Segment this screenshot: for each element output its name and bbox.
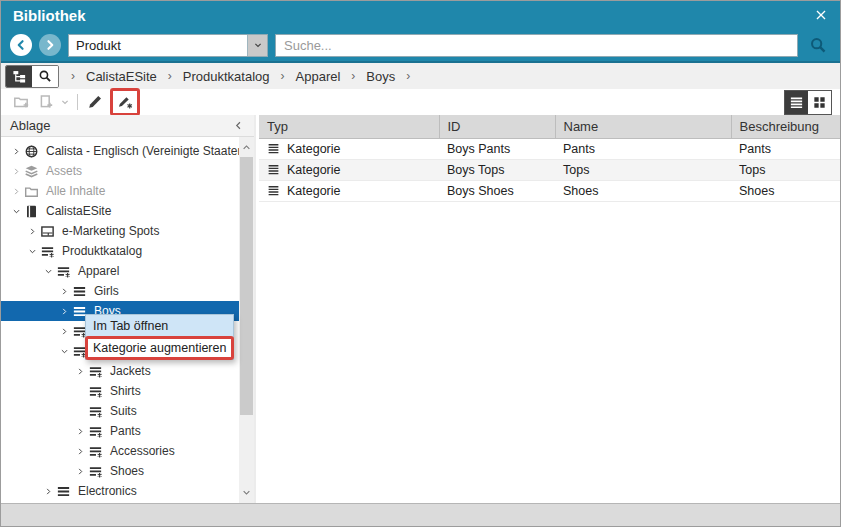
- tree-item-label: Jackets: [110, 364, 151, 378]
- tree-item-e-marketing-spots[interactable]: e-Marketing Spots: [1, 221, 239, 241]
- table-row[interactable]: KategorieBoys ShoesShoesShoes: [259, 180, 840, 201]
- lines-star-icon: [56, 264, 72, 279]
- globe-icon: [24, 144, 40, 159]
- augment-pencil-button[interactable]: [113, 91, 137, 113]
- chevron-right-icon[interactable]: [9, 186, 24, 197]
- search-icon[interactable]: [805, 36, 831, 54]
- search-category-dropdown[interactable]: Produkt: [68, 34, 268, 57]
- book-icon: [24, 204, 40, 219]
- lines-star-icon: [88, 384, 104, 399]
- cell-beschreibung: Tops: [731, 159, 840, 180]
- search-input[interactable]: [275, 34, 798, 57]
- tree-item-assets[interactable]: Assets: [1, 161, 239, 181]
- breadcrumb-separator: ›: [168, 69, 172, 83]
- tree-item-accessories[interactable]: Accessories: [1, 441, 239, 461]
- tree-item-girls[interactable]: Girls: [1, 281, 239, 301]
- table-row[interactable]: KategorieBoys PantsPantsPants: [259, 138, 840, 159]
- tree-item-label: Accessories: [110, 444, 175, 458]
- tree-item-apparel[interactable]: Apparel: [1, 261, 239, 281]
- tree-item-produktkatalog[interactable]: Produktkatalog: [1, 241, 239, 261]
- new-folder-icon: [13, 94, 29, 110]
- column-header[interactable]: Typ: [259, 115, 439, 138]
- tree-item-alle-inhalte[interactable]: Alle Inhalte: [1, 181, 239, 201]
- chevron-right-icon[interactable]: [9, 146, 24, 157]
- chevron-right-icon[interactable]: [73, 466, 88, 477]
- dropdown-chevron-button[interactable]: [57, 91, 72, 113]
- explorer-panel-title: Ablage: [10, 118, 50, 133]
- breadcrumb-item[interactable]: CalistaESite: [86, 69, 157, 84]
- scroll-down-icon[interactable]: [239, 485, 254, 500]
- breadcrumb-bar: ›CalistaESite›Produktkatalog›Apparel›Boy…: [1, 63, 840, 89]
- chevron-right-icon[interactable]: [73, 426, 88, 437]
- scrollbar-thumb[interactable]: [240, 157, 253, 415]
- back-button[interactable]: [10, 34, 32, 56]
- context-menu: Im Tab öffnenKategorie augmentieren: [85, 314, 234, 360]
- cell-beschreibung: Shoes: [731, 180, 840, 201]
- chevron-right-icon[interactable]: [57, 326, 72, 337]
- tree-item-shirts[interactable]: Shirts: [1, 381, 239, 401]
- window-icon: [40, 224, 56, 239]
- tree-item-label: Girls: [94, 284, 119, 298]
- scroll-up-icon[interactable]: [239, 140, 254, 155]
- tree-item-pants[interactable]: Pants: [1, 421, 239, 441]
- breadcrumb-separator: ›: [351, 69, 355, 83]
- breadcrumb-item[interactable]: Apparel: [296, 69, 341, 84]
- tree-item-jackets[interactable]: Jackets: [1, 361, 239, 381]
- column-header[interactable]: Name: [555, 115, 731, 138]
- table-row[interactable]: KategorieBoys TopsTopsTops: [259, 159, 840, 180]
- new-folder-button[interactable]: [9, 91, 33, 113]
- chevron-right-icon[interactable]: [73, 366, 88, 377]
- view-toggle-group: [784, 90, 832, 115]
- tree-item-shoes[interactable]: Shoes: [1, 461, 239, 481]
- tree-item-label: Shoes: [110, 464, 144, 478]
- context-menu-item[interactable]: Im Tab öffnen: [86, 315, 233, 337]
- tree-item-suits[interactable]: Suits: [1, 401, 239, 421]
- chevron-right-icon[interactable]: [57, 286, 72, 297]
- cell-beschreibung: Pants: [731, 138, 840, 159]
- context-menu-item[interactable]: Kategorie augmentieren: [86, 337, 233, 359]
- tree-item-label: Apparel: [78, 264, 119, 278]
- chevron-down-icon[interactable]: [9, 206, 24, 217]
- cell-id: Boys Tops: [439, 159, 555, 180]
- cell-name: Pants: [555, 138, 731, 159]
- tree-item-calista-englisch-vereinigte-staaten[interactable]: Calista - Englisch (Vereinigte Staaten): [1, 141, 239, 161]
- column-header[interactable]: ID: [439, 115, 555, 138]
- tree-item-label: Shirts: [110, 384, 141, 398]
- copy-add-icon: [37, 94, 53, 110]
- folder-icon: [24, 184, 40, 199]
- list-view-button[interactable]: [785, 91, 808, 114]
- cell-name: Shoes: [555, 180, 731, 201]
- tree-scrollbar[interactable]: [239, 137, 254, 503]
- breadcrumb-item[interactable]: Boys: [366, 69, 395, 84]
- chevron-right-icon[interactable]: [57, 306, 72, 317]
- column-header[interactable]: Beschreibung: [731, 115, 840, 138]
- augment-pencil-icon: [117, 94, 133, 110]
- lines-star-icon: [88, 364, 104, 379]
- edit-pencil-button[interactable]: [83, 91, 107, 113]
- tree-item-label: Pants: [110, 424, 141, 438]
- grid-view-button[interactable]: [808, 91, 831, 114]
- search-view-toggle-button[interactable]: [32, 66, 58, 87]
- chevron-right-icon[interactable]: [25, 226, 40, 237]
- tree-item-calistaesite[interactable]: CalistaESite: [1, 201, 239, 221]
- chevron-right-icon[interactable]: [73, 446, 88, 457]
- breadcrumb-item[interactable]: Produktkatalog: [183, 69, 270, 84]
- copy-add-button[interactable]: [33, 91, 57, 113]
- collapse-panel-icon[interactable]: [232, 119, 245, 132]
- close-icon[interactable]: [814, 8, 828, 22]
- chevron-right-icon[interactable]: [41, 486, 56, 497]
- breadcrumb: ›CalistaESite›Produktkatalog›Apparel›Boy…: [71, 69, 410, 84]
- chevron-down-icon[interactable]: [247, 35, 267, 56]
- edit-pencil-icon: [87, 94, 103, 110]
- chevron-down-icon[interactable]: [41, 266, 56, 277]
- tree-view-toggle-button[interactable]: [6, 66, 32, 87]
- tree-item-electronics[interactable]: Electronics: [1, 481, 239, 501]
- forward-button[interactable]: [39, 34, 61, 56]
- lines4-icon: [267, 184, 280, 197]
- cell-name: Tops: [555, 159, 731, 180]
- breadcrumb-separator: ›: [406, 69, 410, 83]
- category-table: TypIDNameBeschreibung KategorieBoys Pant…: [259, 115, 840, 202]
- chevron-down-icon[interactable]: [57, 346, 72, 357]
- chevron-right-icon[interactable]: [9, 166, 24, 177]
- chevron-down-icon[interactable]: [25, 246, 40, 257]
